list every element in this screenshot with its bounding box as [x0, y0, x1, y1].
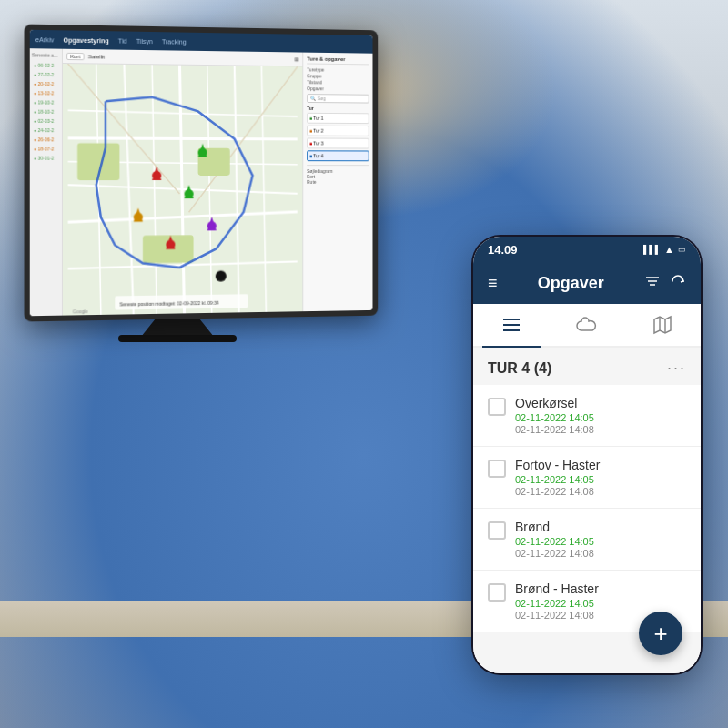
- status-icons: ▌▌▌ ▲ ▭: [643, 244, 686, 255]
- filter-tilstand: Tilstand: [307, 79, 369, 86]
- desktop-search-bar[interactable]: 🔍 Søg: [307, 94, 369, 103]
- wifi-icon: ▲: [664, 244, 674, 255]
- map-tab-satellit[interactable]: Satellit: [88, 54, 105, 59]
- task-info-1: Fortov - Haster 02-11-2022 14:05 02-11-2…: [515, 458, 686, 497]
- map-svg: Seneste position modtaget: 02-09-2022 kl…: [63, 64, 302, 316]
- panel-title: Ture & opgaver: [307, 56, 369, 63]
- topbar-item-tilsyn[interactable]: Tilsyn: [136, 37, 153, 44]
- map-zoom-icon[interactable]: ⊞: [295, 56, 299, 62]
- search-icon: 🔍: [310, 96, 316, 101]
- tab-map[interactable]: [633, 304, 692, 346]
- desktop-tour-item-3[interactable]: ■ Tur 3: [307, 137, 369, 148]
- sidebar-item-2[interactable]: ● 27-02-2: [32, 70, 60, 80]
- map-canvas: Seneste position modtaget: 02-09-2022 kl…: [63, 64, 302, 316]
- task-item-2[interactable]: Brønd 02-11-2022 14:05 02-11-2022 14:08: [473, 509, 701, 571]
- phone-title: Opgaver: [538, 274, 604, 293]
- svg-text:Google: Google: [73, 308, 88, 314]
- sidebar-item-9[interactable]: ● 26-06-2: [32, 135, 60, 144]
- task-name-1: Fortov - Haster: [515, 458, 686, 472]
- desktop-tour-item-1[interactable]: ■ Tur 1: [307, 113, 369, 124]
- topbar-item-opgavestyring[interactable]: Opgavestyring: [63, 36, 108, 44]
- task-name-0: Overkørsel: [515, 396, 686, 410]
- task-date-green-0: 02-11-2022 14:05: [515, 412, 686, 423]
- svg-rect-39: [503, 324, 520, 326]
- monitor-base: [118, 335, 237, 342]
- task-dates-1: 02-11-2022 14:05 02-11-2022 14:08: [515, 474, 686, 497]
- phone-header-icons: [644, 273, 686, 293]
- sidebar-item-8[interactable]: ● 24-02-2: [32, 126, 60, 135]
- task-date-green-2: 02-11-2022 14:05: [515, 536, 686, 547]
- task-date-green-1: 02-11-2022 14:05: [515, 474, 686, 485]
- desktop-tour-item-2[interactable]: ■ Tur 2: [307, 126, 369, 136]
- filter-icon[interactable]: [644, 273, 661, 293]
- tour-dots-menu[interactable]: ···: [667, 359, 686, 378]
- task-checkbox-1[interactable]: [488, 460, 506, 478]
- svg-rect-38: [503, 318, 520, 320]
- task-checkbox-2[interactable]: [488, 521, 506, 540]
- sidebar-item-5[interactable]: ● 19-10-2: [32, 97, 60, 106]
- task-checkbox-0[interactable]: [488, 398, 506, 416]
- task-date-gray-2: 02-11-2022 14:08: [515, 548, 686, 559]
- sidebar-label: Seneste a...: [32, 52, 60, 58]
- map-tab-icon: [652, 314, 673, 336]
- status-time: 14.09: [488, 243, 518, 257]
- task-item-1[interactable]: Fortov - Haster 02-11-2022 14:05 02-11-2…: [473, 447, 701, 509]
- task-item-0[interactable]: Overkørsel 02-11-2022 14:05 02-11-2022 1…: [473, 385, 701, 447]
- hamburger-menu-icon[interactable]: ≡: [488, 274, 498, 293]
- mobile-phone: 14.09 ▌▌▌ ▲ ▭ ≡ Opgaver: [473, 237, 701, 673]
- sidebar-item-3[interactable]: ● 20-02-2: [32, 79, 60, 89]
- desktop-sidebar: Seneste a... ● 06-02-2 ● 27-02-2 ● 20-02…: [30, 48, 63, 316]
- tour-list-label: Tur: [307, 106, 369, 111]
- tab-list[interactable]: [482, 304, 541, 346]
- task-name-2: Brønd: [515, 520, 686, 534]
- topbar-item-tid[interactable]: Tid: [118, 37, 127, 44]
- phone-tabs: [473, 304, 701, 348]
- sidebar-item-11[interactable]: ● 30-01-2: [32, 154, 60, 163]
- refresh-icon[interactable]: [670, 273, 686, 293]
- battery-icon: ▭: [678, 245, 686, 254]
- monitor-screen: eArkiv Opgavestyring Tid Tilsyn Tracking…: [30, 30, 373, 316]
- task-checkbox-3[interactable]: [488, 583, 506, 602]
- task-dates-2: 02-11-2022 14:05 02-11-2022 14:08: [515, 536, 686, 559]
- map-area: Kort Satellit ⊞: [63, 49, 302, 316]
- sidebar-item-1[interactable]: ● 06-02-2: [32, 60, 60, 70]
- desktop-tour-item-4[interactable]: ■ Tur 4: [307, 150, 369, 161]
- phone-status-bar: 14.09 ▌▌▌ ▲ ▭: [473, 237, 701, 262]
- tour-section-header: TUR 4 (4) ···: [473, 348, 701, 385]
- cloud-tab-icon: [576, 314, 598, 336]
- topbar-item-tracking[interactable]: Tracking: [162, 38, 187, 45]
- topbar-item-earkiv[interactable]: eArkiv: [35, 35, 54, 42]
- sidebar-item-7[interactable]: ● 02-03-2: [32, 116, 60, 126]
- desktop-content: Seneste a... ● 06-02-2 ● 27-02-2 ● 20-02…: [30, 48, 373, 316]
- task-info-0: Overkørsel 02-11-2022 14:05 02-11-2022 1…: [515, 396, 686, 435]
- panel-extra: Søjlediagram Kort Rute: [307, 165, 369, 185]
- phone-header: ≡ Opgaver: [473, 262, 701, 304]
- sidebar-item-6[interactable]: ● 18-10-2: [32, 107, 60, 116]
- task-name-3: Brønd - Haster: [515, 581, 686, 596]
- desktop-monitor: eArkiv Opgavestyring Tid Tilsyn Tracking…: [25, 25, 379, 322]
- svg-rect-18: [143, 235, 194, 263]
- filter-opgaver: Opgaver: [307, 86, 369, 92]
- signal-icon: ▌▌▌: [643, 245, 661, 254]
- task-date-gray-1: 02-11-2022 14:08: [515, 486, 686, 497]
- search-placeholder: Søg: [318, 96, 326, 101]
- svg-rect-40: [503, 329, 520, 331]
- fab-add-button[interactable]: +: [639, 612, 682, 655]
- sidebar-item-10[interactable]: ● 18-07-2: [32, 144, 60, 153]
- filter-gruppe: Gruppe: [307, 73, 369, 79]
- tour-section-title: TUR 4 (4): [488, 360, 551, 377]
- filter-turetype: Turetype: [307, 66, 369, 73]
- task-dates-0: 02-11-2022 14:05 02-11-2022 14:08: [515, 412, 686, 435]
- task-info-2: Brønd 02-11-2022 14:05 02-11-2022 14:08: [515, 520, 686, 559]
- map-tab-kort[interactable]: Kort: [66, 52, 85, 59]
- desktop-right-panel: Ture & opgaver Turetype Gruppe Tilstand …: [302, 53, 372, 312]
- sidebar-item-4[interactable]: ● 13-02-2: [32, 88, 60, 97]
- list-tab-icon: [500, 314, 522, 336]
- task-date-green-3: 02-11-2022 14:05: [515, 598, 686, 609]
- tab-cloud[interactable]: [558, 304, 616, 346]
- task-date-gray-0: 02-11-2022 14:08: [515, 424, 686, 435]
